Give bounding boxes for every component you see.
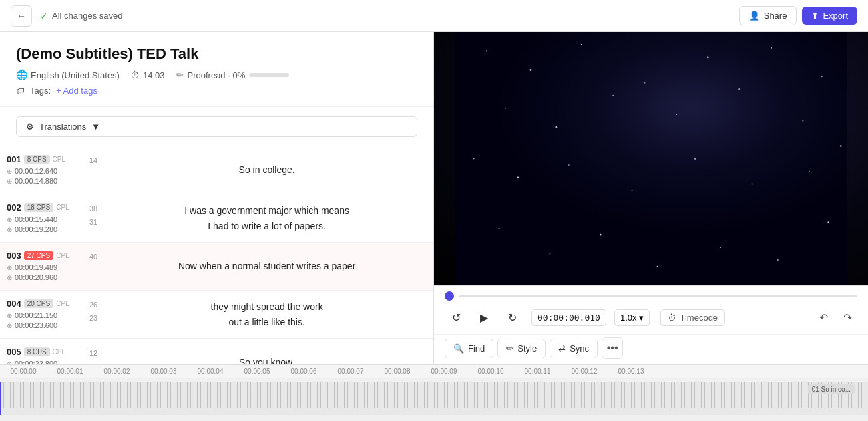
svg-point-16 <box>568 164 570 166</box>
svg-point-22 <box>499 228 500 229</box>
playhead-circle[interactable] <box>445 291 454 301</box>
ruler-tick: 00:00:07 <box>327 368 374 375</box>
add-tag-button[interactable]: + Add tags <box>56 86 97 96</box>
ruler-tick: 00:00:00 <box>0 368 47 375</box>
right-panel: ↺ ▶ ↻ 00:00:00.010 1.0x ▾ ⏱ Timecode ↶ ↷ <box>434 32 868 364</box>
progress-row <box>434 286 868 303</box>
time-end: 00:00:19.280 <box>15 225 57 233</box>
doc-meta: 🌐 English (United States) ⏱ 14:03 ✏ Proo… <box>16 69 417 80</box>
rewind-button[interactable]: ↺ <box>445 306 467 329</box>
svg-point-15 <box>517 177 519 179</box>
subtitle-row[interactable]: 003 27 CPS CPL ⊕ 00:00:19.489 ⊕ 00:00:20… <box>0 243 433 291</box>
svg-point-1 <box>486 50 487 51</box>
timeline-waveform <box>0 382 868 408</box>
tag-icon: 🏷 <box>16 86 25 96</box>
svg-point-19 <box>752 183 753 184</box>
style-label: Style <box>517 343 537 354</box>
play-button[interactable]: ▶ <box>473 306 495 329</box>
search-icon: 🔍 <box>453 343 464 354</box>
ruler-tick: 00:00:13 <box>608 368 654 375</box>
cps-badge: 20 CPS <box>24 299 53 308</box>
add-icon[interactable]: ⊕ <box>7 168 12 175</box>
saved-status: ✓ All changes saved <box>40 11 123 21</box>
cpl-value: 31 <box>89 216 97 229</box>
add-icon[interactable]: ⊕ <box>7 312 12 319</box>
speed-selector[interactable]: 1.0x ▾ <box>614 309 650 326</box>
subtitle-text: So in college. <box>239 162 295 177</box>
add-icon[interactable]: ⊕ <box>7 226 12 233</box>
add-icon[interactable]: ⊕ <box>7 216 12 223</box>
chevron-down-icon: ▼ <box>91 122 100 132</box>
pen-icon: ✏ <box>506 343 513 354</box>
speed-value: 1.0x <box>620 313 637 323</box>
timeline-ruler: 00:00:0000:00:0100:00:0200:00:0300:00:04… <box>0 365 868 378</box>
cps-badge: 8 CPS <box>24 155 50 164</box>
share-label: Share <box>764 11 787 21</box>
subtitle-text-area[interactable]: I was a government major which meansI ha… <box>100 194 433 242</box>
subtitles-area[interactable]: 001 8 CPS CPL ⊕ 00:00:12.640 ⊕ 00:00:14.… <box>0 146 433 364</box>
export-button[interactable]: ⬆ Export <box>802 7 857 25</box>
subtitle-row[interactable]: 001 8 CPS CPL ⊕ 00:00:12.640 ⊕ 00:00:14.… <box>0 146 433 194</box>
sync-label: Sync <box>570 343 589 354</box>
sync-button[interactable]: ⇄ Sync <box>550 339 598 358</box>
left-panel: (Demo Subtitles) TED Talk 🌐 English (Uni… <box>0 32 434 364</box>
tags-label: Tags: <box>30 86 51 96</box>
main-content: (Demo Subtitles) TED Talk 🌐 English (Uni… <box>0 32 868 364</box>
svg-point-9 <box>555 126 557 128</box>
style-button[interactable]: ✏ Style <box>497 339 546 358</box>
undo-button[interactable]: ↶ <box>813 307 833 327</box>
subtitle-row[interactable]: 004 20 CPS CPL ⊕ 00:00:21.150 ⊕ 00:00:23… <box>0 291 433 339</box>
subtitle-chip: 01 So in co... <box>808 384 855 394</box>
cpl-value: 40 <box>89 251 97 264</box>
subtitle-text-area[interactable]: they might spread the workout a little l… <box>100 291 433 338</box>
timecode-icon: ⏱ <box>668 313 676 323</box>
progress-track[interactable] <box>459 295 857 297</box>
export-icon: ⬆ <box>811 11 819 21</box>
add-icon[interactable]: ⊕ <box>7 322 12 329</box>
video-area <box>434 32 868 285</box>
timecode-display[interactable]: 00:00:00.010 <box>531 309 606 326</box>
topbar-left: ← ✓ All changes saved <box>11 5 123 27</box>
meta-language: 🌐 English (United States) <box>16 69 120 80</box>
redo-button[interactable]: ↷ <box>837 307 857 327</box>
share-button[interactable]: 👤 Share <box>739 6 797 25</box>
ruler-tick: 00:00:10 <box>467 368 514 375</box>
add-icon[interactable]: ⊕ <box>7 178 12 185</box>
export-label: Export <box>823 11 848 21</box>
cpl-label: CPL <box>56 300 69 307</box>
doc-title: (Demo Subtitles) TED Talk <box>16 45 417 63</box>
subtitle-row[interactable]: 005 8 CPS CPL ⊕ 00:00:23.800 12 So you k… <box>0 339 433 364</box>
fast-forward-button[interactable]: ↻ <box>501 306 523 329</box>
subtitle-text-area[interactable]: Now when a normal student writes a paper <box>100 243 433 290</box>
svg-point-18 <box>694 158 696 160</box>
cpl-value: 38 <box>89 202 97 216</box>
timeline-playhead[interactable] <box>0 382 1 415</box>
ruler-tick: 00:00:12 <box>561 368 608 375</box>
back-button[interactable]: ← <box>11 5 32 27</box>
cpl-numbers: 40 <box>87 243 100 290</box>
svg-point-25 <box>657 266 658 267</box>
cpl-value: 26 <box>89 299 97 312</box>
cpl-label: CPL <box>53 348 65 356</box>
subtitle-text-area[interactable]: So you know. <box>100 339 433 364</box>
topbar: ← ✓ All changes saved 👤 Share ⬆ Export <box>0 0 868 32</box>
svg-point-28 <box>827 221 829 223</box>
find-button[interactable]: 🔍 Find <box>445 339 493 358</box>
more-button[interactable]: ••• <box>602 337 623 359</box>
svg-point-23 <box>549 253 550 255</box>
timecode-toggle[interactable]: ⏱ Timecode <box>660 309 726 326</box>
ruler-tick: 00:00:11 <box>514 368 561 375</box>
subtitle-times: ⊕ 00:00:23.800 <box>7 360 80 364</box>
cps-badge: 27 CPS <box>24 251 53 260</box>
add-icon[interactable]: ⊕ <box>7 264 12 271</box>
add-icon[interactable]: ⊕ <box>7 274 12 281</box>
video-controls: ↺ ▶ ↻ 00:00:00.010 1.0x ▾ ⏱ Timecode ↶ ↷ <box>434 285 868 364</box>
timeline[interactable]: 00:00:0000:00:0100:00:0200:00:0300:00:04… <box>0 364 868 421</box>
time-start: 00:00:12.640 <box>15 167 57 175</box>
svg-point-10 <box>612 95 614 96</box>
translations-button[interactable]: ⚙ Translations ▼ <box>16 116 417 137</box>
subtitle-row[interactable]: 002 18 CPS CPL ⊕ 00:00:15.440 ⊕ 00:00:19… <box>0 194 433 243</box>
svg-point-2 <box>530 69 532 71</box>
subtitle-text-area[interactable]: So in college. <box>100 146 433 194</box>
controls-row: ↺ ▶ ↻ 00:00:00.010 1.0x ▾ ⏱ Timecode ↶ ↷ <box>434 303 868 334</box>
